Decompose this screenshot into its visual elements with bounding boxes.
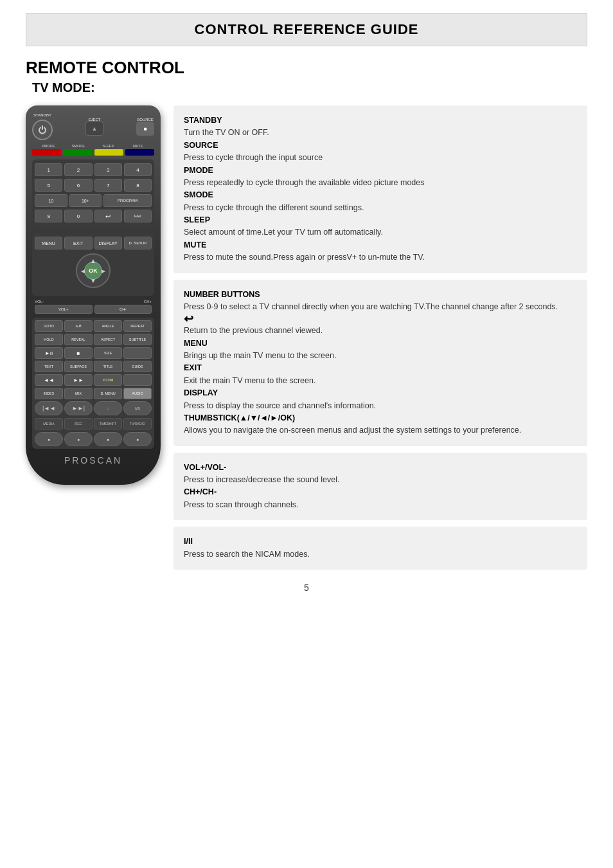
dsetup-button[interactable]: D. SETUP: [124, 237, 152, 249]
num-2[interactable]: 2: [64, 163, 92, 176]
goto-button[interactable]: GOTO: [35, 320, 63, 332]
num-4[interactable]: 4: [124, 163, 152, 176]
arrow-left-icon[interactable]: ◄: [80, 267, 86, 275]
rec-button[interactable]: REC: [64, 418, 93, 429]
pmode-item-desc: Press repeatedly to cycle through the av…: [184, 177, 577, 189]
ab-button[interactable]: A-B: [64, 320, 93, 332]
standby-item: STANDBY Turn the TV ON or OFF.: [184, 114, 577, 140]
num-6[interactable]: 6: [64, 179, 92, 192]
num-1[interactable]: 1: [35, 163, 62, 176]
info-panel-1: STANDBY Turn the TV ON or OFF. SOURCE Pr…: [173, 105, 587, 273]
num-10plus[interactable]: 10+: [69, 194, 102, 207]
ok-cluster: ▲ ▼ ◄ ► OK: [35, 253, 152, 288]
num-3[interactable]: 3: [94, 163, 122, 176]
subpage-button[interactable]: SUBPAGE: [64, 361, 93, 372]
bt4[interactable]: ●: [123, 432, 152, 446]
sleep-button[interactable]: [94, 149, 123, 156]
menu-button[interactable]: MENU: [35, 237, 62, 249]
display-button[interactable]: DISPLAY: [94, 237, 122, 249]
num-0[interactable]: 0: [64, 210, 92, 222]
repeat-button[interactable]: REPEAT: [123, 320, 152, 332]
color-bar-row: [32, 149, 154, 156]
mute-item-title: MUTE: [184, 239, 577, 251]
arrow-up-icon[interactable]: ▲: [90, 257, 96, 264]
func-row-4: TEXT SUBPAGE TITLE GUIDE: [35, 361, 152, 372]
hold-button[interactable]: HOLD: [35, 334, 63, 345]
stop-button[interactable]: ■: [64, 347, 93, 359]
num-10[interactable]: 10: [35, 194, 67, 207]
rew-button[interactable]: ◄◄: [35, 374, 63, 386]
num-5[interactable]: 5: [35, 179, 62, 192]
number-pad: 1 2 3 4 5 6 7 8 10 10+ PROGRAM 9 0 ↩ FAV: [32, 159, 154, 229]
mute-button[interactable]: [125, 149, 154, 156]
text-button[interactable]: TEXT: [35, 361, 63, 372]
index-button[interactable]: INDEX: [35, 388, 63, 399]
exit-item-desc: Exit the main TV menu to the screen.: [184, 375, 577, 387]
source-group: SOURCE ⏺: [136, 118, 154, 136]
play-pause-button[interactable]: ►II: [35, 347, 63, 359]
bt3[interactable]: ●: [94, 432, 122, 446]
standby-label: STANDBY: [33, 113, 51, 117]
num-row-4: 9 0 ↩ FAV: [35, 210, 152, 222]
ch-plus-label: CH+: [144, 300, 152, 303]
reveal-button[interactable]: REVEAL: [64, 334, 93, 345]
info-panel-3: VOL+/VOL- Press to increase/decrease the…: [173, 453, 587, 521]
zoom-button[interactable]: ZOOM: [94, 374, 122, 386]
tvradio-button[interactable]: TV/RADIO: [123, 418, 152, 429]
eject-group: EJECT ▲: [85, 118, 103, 136]
menu-row: MENU EXIT DISPLAY D. SETUP: [35, 237, 152, 249]
title-button[interactable]: TITLE: [94, 361, 122, 372]
timeshift-button[interactable]: TIMESHIFT: [94, 418, 122, 429]
func-row-1: GOTO A-B ANGLE REPEAT: [35, 320, 152, 332]
transport-row: |◄◄ ►►| ○ I/II: [35, 401, 152, 415]
smode-button[interactable]: [63, 149, 92, 156]
smode-item-title: SMODE: [184, 189, 577, 201]
angle-button[interactable]: ANGLE: [94, 320, 122, 332]
media-button[interactable]: MEDIA: [35, 418, 63, 429]
thumbstick-title: THUMBSTICK(▲/▼/◄/►/OK): [184, 412, 577, 424]
num-8[interactable]: 8: [124, 179, 152, 192]
exit-button[interactable]: EXIT: [64, 237, 92, 249]
fav-btn[interactable]: FAV: [124, 210, 152, 222]
sleep-item-title: SLEEP: [184, 214, 577, 226]
aspect-button[interactable]: ASPECT: [94, 334, 122, 345]
mute-item-desc: Press to mute the sound.Press again or p…: [184, 251, 577, 264]
vol-plus-button[interactable]: VOL+: [35, 305, 93, 314]
mix-button[interactable]: MIX: [64, 388, 93, 399]
audio-button[interactable]: AUDIO: [123, 388, 152, 399]
source-button[interactable]: ⏺: [136, 122, 154, 136]
exit-item-title: EXIT: [184, 362, 577, 374]
ch-minus-button[interactable]: CH-: [94, 305, 152, 314]
vol-ch-button-row: VOL+ CH-: [32, 305, 154, 314]
next-button[interactable]: ►►|: [64, 401, 93, 415]
ii-button[interactable]: ○: [94, 401, 122, 415]
eject-button[interactable]: ▲: [85, 122, 103, 136]
arrow-right-icon[interactable]: ►: [100, 267, 107, 275]
bt1[interactable]: ●: [35, 432, 63, 446]
pmode-item: PMODE Press repeatedly to cycle through …: [184, 165, 577, 190]
func-row-5: ◄◄ ►► ZOOM: [35, 374, 152, 386]
standby-button[interactable]: [32, 120, 53, 140]
fwd-button[interactable]: ►►: [64, 374, 93, 386]
pmode-label: PMODE: [33, 144, 64, 148]
thumbstick-item: THUMBSTICK(▲/▼/◄/►/OK) Allows you to nav…: [184, 412, 577, 437]
dmenu-button[interactable]: D. MENU: [94, 388, 122, 399]
smode-item: SMODE Press to cycle through the differe…: [184, 189, 577, 214]
size-button[interactable]: SIZE: [94, 347, 122, 359]
display-item: DISPLAY Press to display the source and …: [184, 387, 577, 412]
prev-ch-btn[interactable]: ↩: [94, 210, 122, 222]
subtitle-button[interactable]: SUBTITLE: [123, 334, 152, 345]
bt2[interactable]: ●: [64, 432, 93, 446]
smode-item-desc: Press to cycle through the different sou…: [184, 202, 577, 214]
program-btn[interactable]: PROGRAM: [103, 194, 152, 207]
menu-item-desc: Brings up the main TV menu to the screen…: [184, 350, 577, 362]
prev-button[interactable]: |◄◄: [35, 401, 63, 415]
num-9[interactable]: 9: [35, 210, 62, 222]
pmode-button[interactable]: [32, 149, 61, 156]
arrow-down-icon[interactable]: ▼: [90, 277, 96, 284]
info-panel-2: NUMBER BUTTONS Press 0-9 to select a TV …: [173, 280, 587, 446]
num-7[interactable]: 7: [94, 179, 122, 192]
vol-item-desc: Press to increase/decrease the sound lev…: [184, 474, 577, 486]
guide-button[interactable]: GUIDE: [123, 361, 152, 372]
iii-button[interactable]: I/II: [123, 401, 152, 415]
